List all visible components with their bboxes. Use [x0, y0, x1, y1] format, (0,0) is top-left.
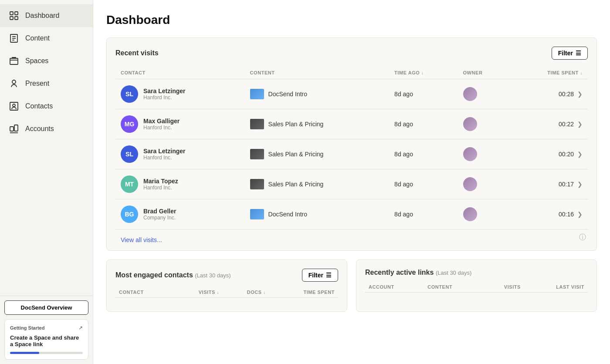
svg-rect-13 — [14, 125, 18, 131]
table-row[interactable]: SL Sara Letzinger Hanford Inc. Sales Pla… — [115, 139, 588, 169]
external-link-icon[interactable]: ↗ — [78, 325, 83, 331]
time-spent-cell: 00:16 ❯ — [509, 199, 588, 229]
contacts-icon — [9, 101, 19, 111]
spaces-icon — [9, 56, 19, 66]
view-all-link[interactable]: View all visits... — [115, 231, 167, 243]
sidebar-item-label: Accounts — [25, 125, 54, 133]
col-content: CONTENT — [424, 282, 481, 293]
sidebar-item-dashboard[interactable]: Dashboard — [0, 4, 93, 27]
sidebar-item-label: Contacts — [25, 102, 53, 110]
info-icon: ⓘ — [579, 233, 586, 242]
contact-name: Sara Letzinger — [143, 148, 185, 155]
svg-rect-10 — [10, 102, 18, 110]
content-name: DocSend Intro — [268, 211, 308, 218]
sort-arrow: ↓ — [421, 71, 424, 75]
contact-company: Hanford Inc. — [143, 155, 185, 161]
col-last-visit: LAST VISIT — [524, 282, 588, 293]
owner-cell — [458, 169, 509, 199]
expand-icon[interactable]: ❯ — [577, 211, 583, 218]
gs-progress-fill — [10, 352, 39, 354]
col-time-ago[interactable]: TIME AGO ↓ — [389, 67, 458, 79]
avatar: BG — [121, 206, 138, 223]
recently-active-title: Recently active links — [365, 269, 434, 276]
sidebar-item-present[interactable]: Present — [0, 72, 93, 95]
col-time-spent[interactable]: TIME SPENT ↓ — [509, 67, 588, 79]
time-spent-value: 00:16 — [559, 211, 574, 218]
table-row[interactable]: SL Sara Letzinger Hanford Inc. DocSend I… — [115, 79, 588, 109]
col-account: ACCOUNT — [365, 282, 424, 293]
sidebar-item-content[interactable]: Content — [0, 27, 93, 50]
time-spent-cell: 00:22 ❯ — [509, 109, 588, 139]
doc-thumbnail — [250, 149, 264, 159]
col-content: CONTENT — [245, 67, 390, 79]
contact-name: Maria Topez — [143, 178, 178, 185]
svg-rect-0 — [10, 12, 13, 15]
time-ago-cell: 8d ago — [389, 169, 458, 199]
gs-progress-bar — [10, 352, 83, 354]
col-docs[interactable]: DOCS ↓ — [223, 287, 269, 298]
doc-thumbnail — [250, 209, 264, 219]
contact-company: Hanford Inc. — [143, 94, 185, 101]
sidebar-item-label: Spaces — [25, 57, 48, 65]
expand-icon[interactable]: ❯ — [577, 91, 583, 98]
sidebar-item-label: Present — [25, 80, 49, 88]
contact-cell: MT Maria Topez Hanford Inc. — [115, 169, 245, 199]
getting-started-card: Getting Started ↗ Create a Space and sha… — [4, 319, 88, 360]
col-visits: VISITS — [481, 282, 524, 293]
expand-icon[interactable]: ❯ — [577, 181, 583, 188]
gs-title: Getting Started — [10, 325, 44, 330]
time-spent-cell: 00:28 ❯ — [509, 79, 588, 109]
gs-text: Create a Space and share a Space link — [10, 334, 83, 347]
main-content: Dashboard Recent visits Filter ☰ CONTACT… — [93, 0, 610, 364]
content-cell: DocSend Intro — [245, 199, 390, 229]
svg-point-9 — [12, 80, 16, 84]
sidebar-item-label: Dashboard — [25, 12, 59, 20]
expand-icon[interactable]: ❯ — [577, 121, 583, 128]
time-spent-value: 00:20 — [559, 151, 574, 158]
sidebar-item-spaces[interactable]: Spaces — [0, 50, 93, 72]
bottom-cards: Most engaged contacts (Last 30 days) Fil… — [106, 260, 597, 312]
time-spent-value: 00:22 — [559, 121, 574, 128]
most-engaged-filter-button[interactable]: Filter ☰ — [302, 269, 338, 282]
svg-rect-12 — [10, 127, 14, 131]
docsend-overview-button[interactable]: DocSend Overview — [4, 300, 88, 315]
sidebar-item-contacts[interactable]: Contacts — [0, 95, 93, 118]
col-visits[interactable]: VISITS ↓ — [173, 287, 223, 298]
time-ago-cell: 8d ago — [389, 199, 458, 229]
filter-button[interactable]: Filter ☰ — [552, 47, 588, 60]
svg-point-11 — [13, 104, 15, 107]
table-row[interactable]: MG Max Galliger Hanford Inc. Sales Plan … — [115, 109, 588, 139]
doc-thumbnail — [250, 89, 264, 99]
avatar: MT — [121, 175, 138, 193]
owner-avatar — [463, 177, 477, 191]
owner-cell — [458, 109, 509, 139]
most-engaged-title: Most engaged contacts — [115, 271, 193, 279]
sidebar: Dashboard Content Spaces — [0, 0, 93, 364]
svg-rect-3 — [15, 17, 18, 20]
expand-icon[interactable]: ❯ — [577, 151, 583, 158]
most-engaged-subtitle: (Last 30 days) — [195, 272, 230, 279]
avatar: MG — [121, 115, 138, 133]
svg-rect-2 — [10, 17, 13, 20]
filter-icon: ☰ — [326, 272, 332, 279]
avatar: SL — [121, 145, 138, 163]
table-row[interactable]: BG Brad Geller Company Inc. DocSend Intr… — [115, 199, 588, 229]
time-spent-cell: 00:20 ❯ — [509, 139, 588, 169]
most-engaged-card: Most engaged contacts (Last 30 days) Fil… — [106, 260, 347, 312]
sidebar-bottom: DocSend Overview Getting Started ↗ Creat… — [0, 296, 93, 364]
sidebar-item-accounts[interactable]: Accounts — [0, 118, 93, 140]
content-cell: Sales Plan & Pricing — [245, 109, 390, 139]
accounts-icon — [9, 124, 19, 134]
owner-cell — [458, 79, 509, 109]
contact-cell: BG Brad Geller Company Inc. — [115, 199, 245, 229]
gs-header: Getting Started ↗ — [10, 325, 83, 331]
content-name: Sales Plan & Pricing — [268, 121, 324, 128]
owner-avatar — [463, 87, 477, 101]
recently-active-card: Recently active links (Last 30 days) ACC… — [356, 260, 597, 312]
contact-company: Company Inc. — [143, 215, 176, 221]
col-time-spent: TIME SPENT — [269, 287, 338, 298]
content-name: Sales Plan & Pricing — [268, 151, 324, 158]
table-row[interactable]: MT Maria Topez Hanford Inc. Sales Plan &… — [115, 169, 588, 199]
col-owner: OWNER — [458, 67, 509, 79]
owner-avatar — [463, 147, 477, 161]
